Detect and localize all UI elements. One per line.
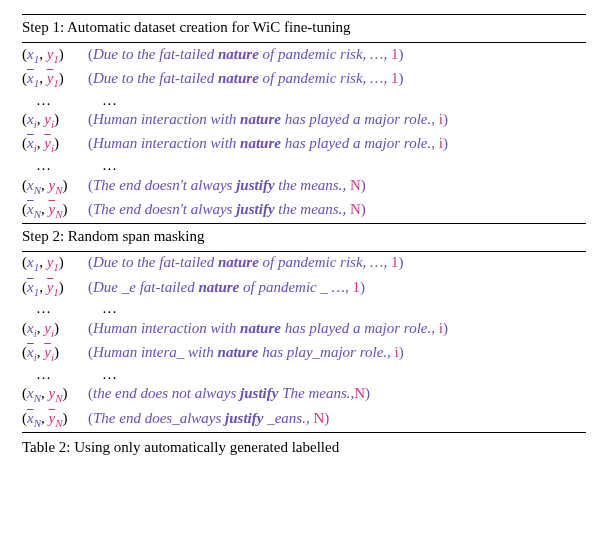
row-example: (the end does not always justify The mea…	[88, 384, 370, 404]
row-example: (Human interaction with nature has playe…	[88, 110, 448, 130]
table-row: (xN, yN)(the end does not always justify…	[22, 383, 586, 407]
table-row: (xN, yN)(The end doesn't always justify …	[22, 198, 586, 222]
table-row: (xi, yi)(Human interaction with nature h…	[22, 133, 586, 157]
row-example: (Due to the fat-tailed nature of pandemi…	[88, 45, 403, 65]
row-symbol: (x1, y1)	[22, 45, 88, 66]
ellipsis-row: ……	[22, 157, 586, 174]
table-row: (xi, yi)(Human interaction with nature h…	[22, 317, 586, 341]
table-row: (x1, y1)(Due to the fat-tailed nature of…	[22, 252, 586, 276]
row-symbol: (xN, yN)	[22, 409, 88, 430]
row-symbol: (xN, yN)	[22, 384, 88, 405]
caption-body: Using only automatically generated label…	[74, 439, 339, 455]
step2-table: (x1, y1)(Due to the fat-tailed nature of…	[22, 252, 586, 432]
row-symbol: (xN, yN)	[22, 200, 88, 221]
row-example: (Human intera_ with nature has play_majo…	[88, 343, 404, 363]
table-caption: Table 2: Using only automatically genera…	[22, 433, 586, 456]
step1-title: Step 1: Automatic dataset creation for W…	[22, 15, 586, 42]
row-symbol: (xi, yi)	[22, 343, 88, 364]
row-symbol: (x1, y1)	[22, 278, 88, 299]
table-row: (xN, yN)(The end doesn't always justify …	[22, 174, 586, 198]
table-row: (x1, y1)(Due _e fat-tailed nature of pan…	[22, 276, 586, 300]
step2-title: Step 2: Random span masking	[22, 224, 586, 251]
row-symbol: (x1, y1)	[22, 253, 88, 274]
table-row: (x1, y1)(Due to the fat-tailed nature of…	[22, 67, 586, 91]
ellipsis-row: ……	[22, 92, 586, 109]
table-row: (xi, yi)(Human interaction with nature h…	[22, 109, 586, 133]
table-row: (xN, yN)(The end does_always justify _ea…	[22, 407, 586, 431]
row-symbol: (xi, yi)	[22, 110, 88, 131]
row-example: (The end does_always justify _eans., N)	[88, 409, 329, 429]
row-symbol: (xi, yi)	[22, 319, 88, 340]
row-symbol: (xi, yi)	[22, 134, 88, 155]
row-symbol: (xN, yN)	[22, 176, 88, 197]
row-example: (The end doesn't always justify the mean…	[88, 200, 366, 220]
row-example: (Human interaction with nature has playe…	[88, 134, 448, 154]
table-row: (xi, yi)(Human intera_ with nature has p…	[22, 342, 586, 366]
caption-label: Table 2:	[22, 439, 74, 455]
row-example: (Due to the fat-tailed nature of pandemi…	[88, 69, 403, 89]
ellipsis-row: ……	[22, 300, 586, 317]
table-row: (x1, y1)(Due to the fat-tailed nature of…	[22, 43, 586, 67]
row-symbol: (x1, y1)	[22, 69, 88, 90]
ellipsis-row: ……	[22, 366, 586, 383]
row-example: (Human interaction with nature has playe…	[88, 319, 448, 339]
row-example: (The end doesn't always justify the mean…	[88, 176, 366, 196]
row-example: (Due _e fat-tailed nature of pandemic _ …	[88, 278, 365, 298]
row-example: (Due to the fat-tailed nature of pandemi…	[88, 253, 403, 273]
step1-table: (x1, y1)(Due to the fat-tailed nature of…	[22, 43, 586, 223]
